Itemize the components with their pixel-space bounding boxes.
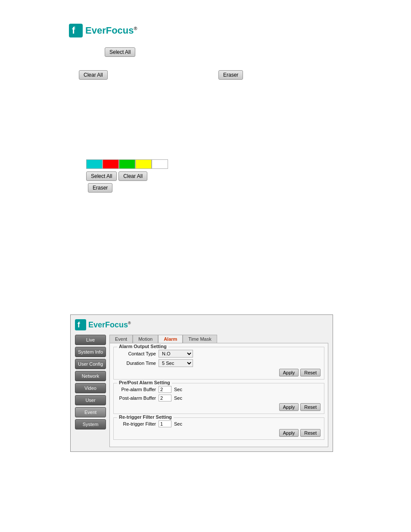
sidebar-item-event[interactable]: Event [75, 407, 106, 417]
duration-time-label: Duration Time [117, 361, 156, 366]
window-logo-text: EverFocus® [88, 320, 131, 330]
retrigger-title: Re-trigger Filter Setting [117, 414, 174, 420]
sidebar-item-system[interactable]: System [75, 419, 106, 429]
window-content: Live System Info User Config Network Vid… [75, 335, 328, 447]
logo-focus: Focus [106, 25, 134, 36]
retrigger-group: Re-trigger Filter Setting Re-trigger Fil… [113, 417, 324, 440]
sidebar-item-system-info[interactable]: System Info [75, 347, 106, 357]
eraser-button-top[interactable]: Eraser [218, 70, 243, 80]
pre-post-alarm-group: Pre/Post Alarm Setting Pre-alarm Buffer … [113, 383, 324, 414]
pre-alarm-label: Pre-alarm Buffer [117, 387, 156, 392]
window-logo-ever: Ever [88, 320, 105, 329]
window-logo-icon: f [75, 319, 86, 330]
tab-motion[interactable]: Motion [133, 335, 158, 343]
sidebar-item-live[interactable]: Live [75, 335, 106, 345]
clear-all-button-color[interactable]: Clear All [118, 171, 147, 181]
color-blocks [86, 159, 168, 169]
window-logo-reg: ® [128, 321, 131, 325]
eraser-button-color[interactable]: Eraser [88, 183, 112, 193]
alarm-output-title: Alarm Output Setting [117, 344, 168, 349]
retrigger-reset[interactable]: Reset [300, 429, 321, 437]
top-logo: f EverFocus® [69, 24, 137, 37]
pre-post-alarm-actions: Apply Reset [117, 403, 321, 411]
alarm-output-apply[interactable]: Apply [279, 369, 299, 376]
svg-rect-0 [69, 24, 83, 37]
pre-post-alarm-title: Pre/Post Alarm Setting [117, 380, 172, 385]
post-alarm-label: Post-alarm Buffer [117, 395, 156, 401]
color-action-buttons: Select All Clear All [86, 171, 168, 181]
pre-post-alarm-apply[interactable]: Apply [279, 403, 299, 411]
pre-alarm-input[interactable] [159, 386, 171, 393]
contact-type-label: Contact Type [117, 351, 156, 356]
logo-text: EverFocus® [85, 25, 137, 36]
logo-ever: Ever [85, 25, 106, 36]
post-alarm-unit: Sec [174, 395, 182, 401]
top-logo-section: f EverFocus® [69, 24, 137, 46]
pre-alarm-unit: Sec [174, 387, 182, 392]
contact-type-select[interactable]: N.O [159, 350, 193, 358]
alarm-output-actions: Apply Reset [117, 369, 321, 376]
svg-rect-2 [75, 319, 86, 330]
retrigger-filter-label: Re-trigger Filter [117, 421, 156, 426]
color-section: Select All Clear All Eraser [86, 159, 168, 193]
main-content-area: Event Motion Alarm Time Mask Alarm Outpu… [109, 335, 328, 447]
pre-post-alarm-reset[interactable]: Reset [300, 403, 321, 411]
retrigger-filter-unit: Sec [174, 421, 182, 426]
window-logo: f EverFocus® [75, 319, 328, 330]
tab-time-mask[interactable]: Time Mask [183, 335, 217, 343]
main-window: f EverFocus® Live System Info User Confi… [70, 314, 333, 452]
alarm-output-group: Alarm Output Setting Contact Type N.O Du… [113, 347, 324, 380]
retrigger-filter-input[interactable] [159, 420, 171, 427]
retrigger-actions: Apply Reset [117, 429, 321, 437]
sidebar-item-video[interactable]: Video [75, 383, 106, 393]
sidebar-item-network[interactable]: Network [75, 371, 106, 381]
alarm-output-reset[interactable]: Reset [300, 369, 321, 376]
tab-alarm[interactable]: Alarm [158, 335, 183, 343]
duration-time-select[interactable]: 5 Sec [159, 359, 193, 367]
logo-reg: ® [134, 26, 137, 31]
retrigger-apply[interactable]: Apply [279, 429, 299, 437]
color-block-yellow[interactable] [135, 159, 152, 169]
duration-time-row: Duration Time 5 Sec [117, 359, 321, 367]
color-block-cyan[interactable] [86, 159, 103, 169]
sidebar: Live System Info User Config Network Vid… [75, 335, 106, 447]
sidebar-item-user-config[interactable]: User Config [75, 359, 106, 369]
select-all-button-top[interactable]: Select All [105, 47, 135, 57]
post-alarm-row: Post-alarm Buffer Sec [117, 395, 321, 401]
tab-bar: Event Motion Alarm Time Mask [109, 335, 328, 343]
contact-type-row: Contact Type N.O [117, 350, 321, 358]
clear-all-button-top[interactable]: Clear All [79, 70, 108, 80]
post-alarm-input[interactable] [159, 395, 171, 401]
tab-event[interactable]: Event [109, 335, 133, 343]
retrigger-filter-row: Re-trigger Filter Sec [117, 420, 321, 427]
color-block-white[interactable] [152, 159, 168, 169]
pre-alarm-row: Pre-alarm Buffer Sec [117, 386, 321, 393]
svg-text:f: f [78, 320, 80, 329]
window-logo-focus: Focus [105, 320, 128, 329]
sidebar-item-user[interactable]: User [75, 395, 106, 405]
settings-area: Alarm Output Setting Contact Type N.O Du… [109, 343, 328, 447]
color-block-green[interactable] [119, 159, 135, 169]
color-block-red[interactable] [103, 159, 119, 169]
select-all-button-color[interactable]: Select All [86, 171, 117, 181]
everfocus-logo-icon: f [69, 24, 83, 37]
svg-text:f: f [72, 25, 75, 36]
